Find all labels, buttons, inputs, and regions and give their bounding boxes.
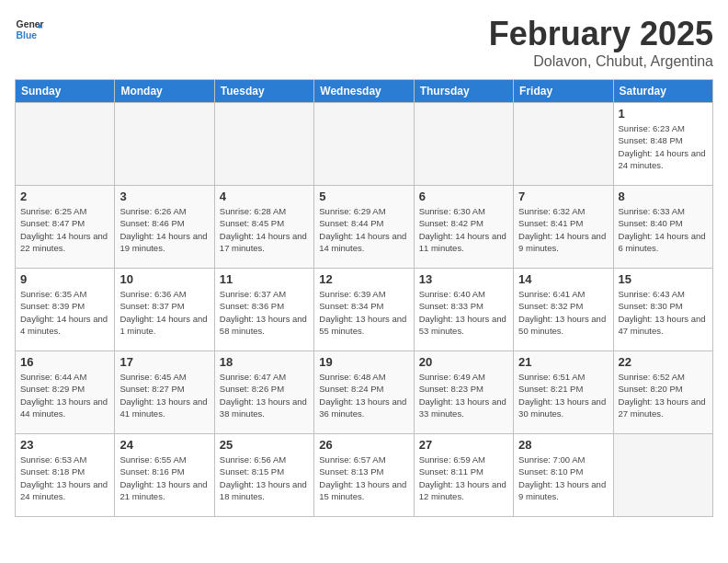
day-info: Sunrise: 6:33 AM Sunset: 8:40 PM Dayligh… (619, 205, 708, 254)
calendar-cell: 6Sunrise: 6:30 AM Sunset: 8:42 PM Daylig… (414, 186, 513, 269)
day-number: 2 (20, 190, 109, 203)
calendar-cell: 3Sunrise: 6:26 AM Sunset: 8:46 PM Daylig… (115, 186, 214, 269)
calendar-cell: 20Sunrise: 6:49 AM Sunset: 8:23 PM Dayli… (414, 351, 513, 434)
day-number: 3 (119, 190, 209, 203)
weekday-header-monday: Monday (115, 80, 214, 103)
day-number: 18 (220, 355, 309, 369)
logo: General Blue (15, 15, 44, 44)
day-number: 16 (20, 355, 109, 369)
calendar-cell: 11Sunrise: 6:37 AM Sunset: 8:36 PM Dayli… (214, 269, 313, 351)
day-number: 21 (518, 355, 608, 369)
weekday-header-sunday: Sunday (16, 80, 115, 103)
calendar-cell: 21Sunrise: 6:51 AM Sunset: 8:21 PM Dayli… (514, 351, 613, 434)
day-number: 5 (319, 190, 408, 203)
logo-icon: General Blue (15, 15, 44, 44)
calendar-table: SundayMondayTuesdayWednesdayThursdayFrid… (15, 79, 713, 517)
day-info: Sunrise: 6:48 AM Sunset: 8:24 PM Dayligh… (319, 371, 408, 419)
calendar-cell: 8Sunrise: 6:33 AM Sunset: 8:40 PM Daylig… (613, 186, 712, 269)
calendar-cell (613, 434, 712, 517)
calendar-cell: 14Sunrise: 6:41 AM Sunset: 8:32 PM Dayli… (514, 269, 613, 351)
day-info: Sunrise: 7:00 AM Sunset: 8:10 PM Dayligh… (518, 454, 608, 502)
day-number: 20 (419, 355, 508, 369)
week-row-4: 16Sunrise: 6:44 AM Sunset: 8:29 PM Dayli… (16, 351, 713, 434)
calendar-cell (414, 103, 513, 186)
day-number: 27 (419, 438, 508, 452)
page-header: General Blue February 2025 Dolavon, Chub… (15, 15, 713, 70)
day-info: Sunrise: 6:23 AM Sunset: 8:48 PM Dayligh… (619, 122, 708, 171)
calendar-cell (16, 103, 115, 186)
day-info: Sunrise: 6:56 AM Sunset: 8:15 PM Dayligh… (220, 454, 309, 502)
day-info: Sunrise: 6:36 AM Sunset: 8:37 PM Dayligh… (119, 288, 209, 337)
day-info: Sunrise: 6:45 AM Sunset: 8:27 PM Dayligh… (119, 371, 209, 419)
day-info: Sunrise: 6:59 AM Sunset: 8:11 PM Dayligh… (419, 454, 508, 502)
calendar-cell: 25Sunrise: 6:56 AM Sunset: 8:15 PM Dayli… (214, 434, 313, 517)
day-info: Sunrise: 6:44 AM Sunset: 8:29 PM Dayligh… (20, 371, 109, 419)
day-info: Sunrise: 6:53 AM Sunset: 8:18 PM Dayligh… (20, 454, 109, 502)
weekday-header-row: SundayMondayTuesdayWednesdayThursdayFrid… (16, 80, 713, 103)
day-info: Sunrise: 6:35 AM Sunset: 8:39 PM Dayligh… (20, 288, 109, 337)
calendar-cell: 27Sunrise: 6:59 AM Sunset: 8:11 PM Dayli… (414, 434, 513, 517)
calendar-cell: 4Sunrise: 6:28 AM Sunset: 8:45 PM Daylig… (214, 186, 313, 269)
day-number: 7 (518, 190, 608, 203)
calendar-cell (314, 103, 414, 186)
calendar-cell: 2Sunrise: 6:25 AM Sunset: 8:47 PM Daylig… (16, 186, 115, 269)
calendar-cell: 18Sunrise: 6:47 AM Sunset: 8:26 PM Dayli… (214, 351, 313, 434)
day-info: Sunrise: 6:52 AM Sunset: 8:20 PM Dayligh… (619, 371, 708, 419)
day-number: 4 (220, 190, 309, 203)
day-number: 26 (319, 438, 408, 452)
svg-text:Blue: Blue (17, 30, 38, 40)
day-info: Sunrise: 6:43 AM Sunset: 8:30 PM Dayligh… (619, 288, 708, 337)
weekday-header-friday: Friday (514, 80, 613, 103)
day-number: 25 (220, 438, 309, 452)
day-info: Sunrise: 6:57 AM Sunset: 8:13 PM Dayligh… (319, 454, 408, 502)
calendar-cell: 12Sunrise: 6:39 AM Sunset: 8:34 PM Dayli… (314, 269, 414, 351)
day-number: 17 (119, 355, 209, 369)
day-info: Sunrise: 6:39 AM Sunset: 8:34 PM Dayligh… (319, 288, 408, 337)
calendar-cell: 13Sunrise: 6:40 AM Sunset: 8:33 PM Dayli… (414, 269, 513, 351)
day-info: Sunrise: 6:25 AM Sunset: 8:47 PM Dayligh… (20, 205, 109, 254)
day-number: 24 (119, 438, 209, 452)
day-number: 10 (119, 272, 209, 286)
day-info: Sunrise: 6:30 AM Sunset: 8:42 PM Dayligh… (419, 205, 508, 254)
day-info: Sunrise: 6:29 AM Sunset: 8:44 PM Dayligh… (319, 205, 408, 254)
weekday-header-thursday: Thursday (414, 80, 513, 103)
calendar-cell: 19Sunrise: 6:48 AM Sunset: 8:24 PM Dayli… (314, 351, 414, 434)
day-info: Sunrise: 6:51 AM Sunset: 8:21 PM Dayligh… (518, 371, 608, 419)
day-info: Sunrise: 6:26 AM Sunset: 8:46 PM Dayligh… (119, 205, 209, 254)
day-number: 9 (20, 272, 109, 286)
calendar-cell: 1Sunrise: 6:23 AM Sunset: 8:48 PM Daylig… (613, 103, 712, 186)
day-info: Sunrise: 6:32 AM Sunset: 8:41 PM Dayligh… (518, 205, 608, 254)
week-row-5: 23Sunrise: 6:53 AM Sunset: 8:18 PM Dayli… (16, 434, 713, 517)
day-number: 13 (419, 272, 508, 286)
day-number: 8 (619, 190, 708, 203)
weekday-header-tuesday: Tuesday (214, 80, 313, 103)
day-info: Sunrise: 6:41 AM Sunset: 8:32 PM Dayligh… (518, 288, 608, 337)
day-number: 15 (619, 272, 708, 286)
day-info: Sunrise: 6:47 AM Sunset: 8:26 PM Dayligh… (220, 371, 309, 419)
calendar-cell: 22Sunrise: 6:52 AM Sunset: 8:20 PM Dayli… (613, 351, 712, 434)
day-number: 23 (20, 438, 109, 452)
day-number: 1 (619, 107, 708, 121)
calendar-cell: 23Sunrise: 6:53 AM Sunset: 8:18 PM Dayli… (16, 434, 115, 517)
calendar-cell: 16Sunrise: 6:44 AM Sunset: 8:29 PM Dayli… (16, 351, 115, 434)
day-info: Sunrise: 6:55 AM Sunset: 8:16 PM Dayligh… (119, 454, 209, 502)
day-info: Sunrise: 6:37 AM Sunset: 8:36 PM Dayligh… (220, 288, 309, 337)
calendar-title: February 2025 (489, 15, 713, 53)
calendar-cell: 26Sunrise: 6:57 AM Sunset: 8:13 PM Dayli… (314, 434, 414, 517)
day-number: 22 (619, 355, 708, 369)
weekday-header-wednesday: Wednesday (314, 80, 414, 103)
day-info: Sunrise: 6:28 AM Sunset: 8:45 PM Dayligh… (220, 205, 309, 254)
calendar-cell (115, 103, 214, 186)
day-info: Sunrise: 6:40 AM Sunset: 8:33 PM Dayligh… (419, 288, 508, 337)
calendar-cell: 15Sunrise: 6:43 AM Sunset: 8:30 PM Dayli… (613, 269, 712, 351)
weekday-header-saturday: Saturday (613, 80, 712, 103)
day-number: 14 (518, 272, 608, 286)
day-number: 11 (220, 272, 309, 286)
day-info: Sunrise: 6:49 AM Sunset: 8:23 PM Dayligh… (419, 371, 508, 419)
calendar-cell: 17Sunrise: 6:45 AM Sunset: 8:27 PM Dayli… (115, 351, 214, 434)
week-row-1: 1Sunrise: 6:23 AM Sunset: 8:48 PM Daylig… (16, 103, 713, 186)
calendar-cell: 24Sunrise: 6:55 AM Sunset: 8:16 PM Dayli… (115, 434, 214, 517)
calendar-cell: 28Sunrise: 7:00 AM Sunset: 8:10 PM Dayli… (514, 434, 613, 517)
day-number: 12 (319, 272, 408, 286)
calendar-cell: 9Sunrise: 6:35 AM Sunset: 8:39 PM Daylig… (16, 269, 115, 351)
